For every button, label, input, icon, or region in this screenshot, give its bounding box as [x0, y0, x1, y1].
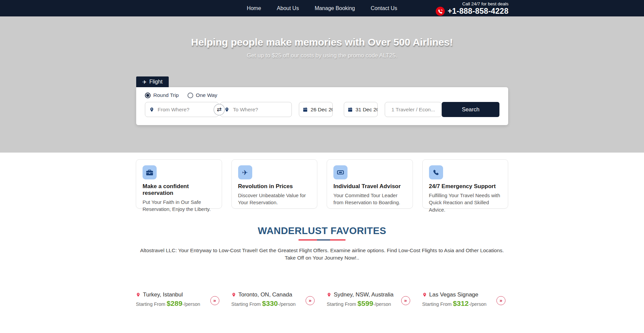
tab-flight-label: Flight: [149, 79, 162, 85]
destination-item: Las Vegas Signage Starting From $312-/pe…: [422, 291, 508, 310]
call-247-text: Call 24/7 for best deals: [436, 1, 508, 6]
destination-name: Turkey, Istanbul: [143, 291, 183, 298]
feature-title: Individual Travel Advisor: [333, 183, 406, 190]
swap-icon[interactable]: ⇄: [214, 104, 225, 115]
return-date-value: 31 Dec 20...: [356, 107, 378, 113]
feature-title: Revolution in Prices: [238, 183, 311, 190]
pin-icon: [231, 292, 236, 298]
price-prefix: Starting From: [136, 301, 167, 307]
location-pin-icon: [224, 107, 229, 113]
destination-name: Sydney, NSW, Australia: [334, 291, 393, 298]
return-date-field[interactable]: 31 Dec 20...: [344, 102, 378, 117]
favorites-title: WANDERLUST FAVORITES: [0, 225, 644, 236]
feature-title: Make a confident reservation: [143, 183, 215, 197]
from-input[interactable]: [157, 106, 214, 113]
pin-icon: [136, 292, 141, 298]
nav-item-manage-booking[interactable]: Manage Booking: [315, 5, 355, 11]
price-suffix: -/person: [373, 301, 391, 307]
calendar-icon: [347, 107, 353, 112]
features-section: Make a confident reservation Put Your Fa…: [0, 159, 644, 209]
traveler-class-field[interactable]: 1 Traveler / Econ...: [385, 102, 442, 117]
round-trip-label: Round Trip: [153, 92, 179, 98]
tab-flight[interactable]: ✈ Flight: [136, 76, 169, 87]
feature-card-support: 24/7 Emergency Support Fulfilling Your T…: [422, 159, 508, 209]
feature-description: Your Committed Tour Leader from Reservat…: [333, 192, 406, 206]
feature-card-prices: ✈ Revolution in Prices Discover Unbeatab…: [231, 159, 318, 209]
feature-description: Fulfilling Your Travel Needs with Quick …: [429, 192, 502, 213]
phone-icon: [429, 165, 443, 179]
search-panel: Round Trip One Way ⇄: [136, 87, 508, 125]
phone-badge-icon: [436, 7, 445, 16]
hero-section: Helping people make memories with Over 5…: [0, 16, 644, 153]
briefcase-icon: [143, 165, 157, 179]
destination-item: Sydney, NSW, Australia Starting From $59…: [327, 291, 413, 310]
nav-item-about-us[interactable]: About Us: [277, 5, 299, 11]
price-suffix: -/person: [278, 301, 296, 307]
one-way-radio-icon[interactable]: [187, 93, 193, 98]
price-value: $330: [262, 299, 278, 307]
nav-item-home[interactable]: Home: [247, 5, 261, 11]
search-button[interactable]: Search: [442, 102, 499, 117]
traveler-class-value: 1 Traveler / Econ...: [391, 107, 435, 113]
depart-date-value: 26 Dec 20...: [311, 107, 333, 113]
calendar-icon: [303, 107, 308, 112]
destination-item: Toronto, ON, Canada Starting From $330-/…: [231, 291, 318, 310]
to-field[interactable]: [220, 102, 292, 117]
chevrons-right-icon[interactable]: »: [210, 296, 219, 305]
phone-number[interactable]: +1-888-858-4228: [447, 7, 508, 16]
chevrons-right-icon[interactable]: »: [401, 296, 410, 305]
price-value: $289: [167, 299, 182, 307]
destination-name: Toronto, ON, Canada: [238, 291, 292, 298]
price-suffix: -/person: [182, 301, 200, 307]
radio-one-way[interactable]: One Way: [187, 92, 217, 98]
main-nav: Home About Us Manage Booking Contact Us: [247, 5, 397, 11]
phone-block: Call 24/7 for best deals +1-888-858-4228: [436, 1, 508, 16]
chevrons-right-icon[interactable]: »: [496, 296, 505, 305]
price-prefix: Starting From: [422, 301, 453, 307]
feature-card-advisor: Individual Travel Advisor Your Committed…: [327, 159, 413, 209]
destination-item: Turkey, Istanbul Starting From $289-/per…: [136, 291, 222, 310]
top-navbar: Home About Us Manage Booking Contact Us …: [0, 0, 644, 16]
title-underline: [299, 239, 345, 240]
destination-name: Las Vegas Signage: [429, 291, 479, 298]
destinations-grid: Turkey, Istanbul Starting From $289-/per…: [136, 291, 508, 333]
booking-widget: ✈ Flight Round Trip One Way: [136, 76, 508, 125]
plane-icon: ✈: [143, 79, 147, 85]
pin-icon: [327, 292, 331, 298]
feature-title: 24/7 Emergency Support: [429, 183, 502, 190]
chevrons-right-icon[interactable]: »: [306, 296, 315, 305]
price-prefix: Starting From: [231, 301, 262, 307]
feature-description: Discover Unbeatable Value for Your Reser…: [238, 192, 311, 206]
favorites-description: Altostravel LLC: Your Entryway to Low-Co…: [136, 247, 508, 262]
one-way-label: One Way: [196, 92, 217, 98]
round-trip-radio-icon[interactable]: [145, 93, 151, 98]
favorites-section: WANDERLUST FAVORITES Altostravel LLC: Yo…: [0, 225, 644, 333]
feature-description: Put Your Faith in Our Safe Reservation, …: [143, 199, 215, 213]
depart-date-field[interactable]: 26 Dec 20...: [299, 102, 333, 117]
price-suffix: -/person: [469, 301, 486, 307]
price-value: $599: [358, 299, 373, 307]
location-pin-icon: [149, 107, 154, 113]
hero-title: Helping people make memories with Over 5…: [0, 16, 644, 48]
nav-item-contact-us[interactable]: Contact Us: [371, 5, 397, 11]
plane-icon: ✈: [238, 165, 252, 179]
from-field[interactable]: [145, 102, 219, 117]
to-input[interactable]: [232, 106, 287, 113]
ticket-icon: [333, 165, 347, 179]
pin-icon: [422, 292, 427, 298]
hero-subtitle: Get up to $25 off our costs by using the…: [0, 52, 644, 59]
feature-card-reservation: Make a confident reservation Put Your Fa…: [136, 159, 222, 209]
price-prefix: Starting From: [327, 301, 358, 307]
price-value: $312: [453, 299, 469, 307]
radio-round-trip[interactable]: Round Trip: [145, 92, 179, 98]
